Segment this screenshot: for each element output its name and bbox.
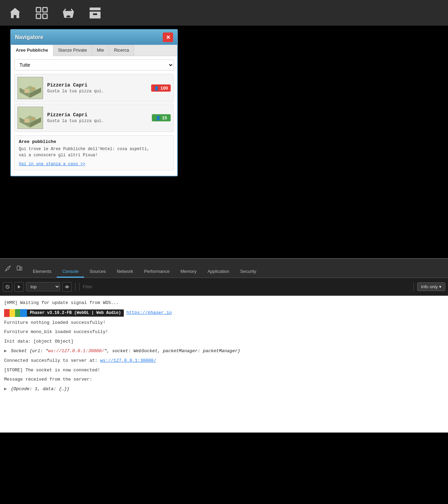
svg-line-27 <box>6 286 9 288</box>
phaser-version-text: Phaser v3.16.2-FB (WebGL | Web Audio) <box>27 309 123 317</box>
svg-rect-3 <box>36 14 41 18</box>
expand-arrow-icon: ▶ <box>4 348 7 355</box>
filter-select[interactable]: Tutte <box>14 59 174 70</box>
svg-point-30 <box>67 286 68 287</box>
room-badge-count: 100 <box>160 85 168 91</box>
svg-rect-22 <box>25 119 30 123</box>
svg-rect-16 <box>25 89 30 93</box>
list-item[interactable]: Pizzeria Capri Gusta la tua pizza qui. 👤… <box>14 74 174 102</box>
room-info: Pizzeria Capri Gusta la tua pizza qui. <box>47 82 151 94</box>
badge-blue <box>20 309 27 317</box>
console-line: [STORE] The socket is now connected! <box>0 366 448 375</box>
console-line: Furniture nothing loaded successfully! <box>0 318 448 328</box>
svg-rect-1 <box>36 8 41 12</box>
room-badge-count: 15 <box>162 115 167 120</box>
badge-green <box>15 309 21 317</box>
grid-icon[interactable] <box>34 5 50 21</box>
tab-mie[interactable]: Mie <box>92 45 109 56</box>
tab-sources[interactable]: Sources <box>84 266 111 278</box>
badge-yellow <box>10 309 15 317</box>
navigator-body: Tutte P <box>11 56 177 176</box>
top-toolbar <box>0 0 448 26</box>
info-only-button[interactable]: Info only ▾ <box>417 282 445 291</box>
footer-title: Aree pubbliche <box>19 139 169 144</box>
info-only-label: Info only <box>421 284 438 289</box>
chevron-down-icon: ▾ <box>439 284 442 289</box>
room-thumbnail <box>17 77 43 99</box>
random-room-link[interactable]: Vai in una stanza a caso >> <box>19 162 85 167</box>
expand-arrow-icon: ▶ <box>4 386 7 393</box>
footer-description: Qui trove le Aree Pubbliche dell'Hotel: … <box>19 146 169 158</box>
room-list: Pizzeria Capri Gusta la tua pizza qui. 👤… <box>14 74 174 132</box>
navigator-close-button[interactable]: ✕ <box>163 32 173 42</box>
tab-application[interactable]: Application <box>202 266 235 278</box>
server-url-link[interactable]: ws://127.0.0.1:30000/ <box>100 358 156 363</box>
room-name: Pizzeria Capri <box>47 112 152 118</box>
navigator-title: Navigatore <box>15 34 43 40</box>
console-line[interactable]: ▶ Socket {url: "ws://127.0.0.1:30000/", … <box>0 347 448 356</box>
separator <box>75 283 76 291</box>
list-item[interactable]: Pizzeria Capri Gusta la tua pizza qui. 👤… <box>14 104 174 132</box>
tab-console[interactable]: Console <box>57 266 84 278</box>
tab-network[interactable]: Network <box>111 266 139 278</box>
device-toolbar-icon[interactable] <box>14 263 25 274</box>
badge-red <box>4 309 10 317</box>
console-line: Phaser v3.16.2-FB (WebGL | Web Audio) ht… <box>0 308 448 318</box>
tab-stanze-private[interactable]: Stanze Private <box>53 45 92 56</box>
svg-rect-2 <box>43 8 47 12</box>
navigator-footer: Aree pubbliche Qui trove le Aree Pubblic… <box>14 135 174 170</box>
execute-script-button[interactable] <box>14 282 24 292</box>
devtools-toolbar: top Info only ▾ <box>0 278 448 296</box>
svg-rect-11 <box>93 13 97 15</box>
room-thumbnail <box>17 107 43 129</box>
console-line: Message received from the server: <box>0 375 448 385</box>
tab-performance[interactable]: Performance <box>139 266 175 278</box>
svg-marker-28 <box>18 285 21 289</box>
svg-rect-7 <box>63 11 74 13</box>
phaser-link[interactable]: https://phaser.io <box>127 309 172 317</box>
svg-rect-25 <box>20 267 22 270</box>
room-name: Pizzeria Capri <box>47 82 151 88</box>
archive-icon[interactable] <box>87 5 103 21</box>
console-line: Furniture mono_blk loaded successfully! <box>0 328 448 337</box>
devtools-panel: Elements Console Sources Network Perform… <box>0 258 448 433</box>
eye-icon-button[interactable] <box>62 282 72 292</box>
navigator-modal: Navigatore ✕ Aree Pubbliche Stanze Priva… <box>10 29 178 176</box>
room-description: Gusta la tua pizza qui. <box>47 119 152 123</box>
separator <box>413 283 414 291</box>
person-icon: 👤 <box>154 86 159 91</box>
tab-security[interactable]: Security <box>235 266 262 278</box>
svg-rect-23 <box>31 117 35 120</box>
room-description: Gusta la tua pizza qui. <box>47 89 151 94</box>
console-line: [HMR] Waiting for update signal from WDS… <box>0 299 448 308</box>
filter-input[interactable] <box>79 283 410 291</box>
svg-rect-24 <box>17 266 20 270</box>
svg-point-8 <box>66 15 70 17</box>
console-line[interactable]: ▶ {Opcode: 1, data: {…}} <box>0 385 448 394</box>
room-badge: 👤 100 <box>151 84 171 92</box>
person-icon: 👤 <box>156 116 161 120</box>
console-line: Init data: [object Object] <box>0 337 448 347</box>
element-picker-icon[interactable] <box>3 263 13 274</box>
tab-elements[interactable]: Elements <box>27 266 57 278</box>
console-output: [HMR] Waiting for update signal from WDS… <box>0 296 448 433</box>
tab-ricerca[interactable]: Ricerca <box>109 45 134 56</box>
tab-memory[interactable]: Memory <box>175 266 202 278</box>
svg-marker-0 <box>10 8 20 18</box>
svg-rect-4 <box>43 14 47 18</box>
room-badge: 👤 15 <box>152 114 171 121</box>
phaser-badge: Phaser v3.16.2-FB (WebGL | Web Audio) <box>4 309 124 317</box>
clear-console-button[interactable] <box>3 282 12 292</box>
room-info: Pizzeria Capri Gusta la tua pizza qui. <box>47 112 152 123</box>
navigator-tabs: Aree Pubbliche Stanze Private Mie Ricerc… <box>11 45 177 56</box>
home-icon[interactable] <box>7 5 23 21</box>
console-text: {Opcode: 1, data: {…}} <box>11 386 70 392</box>
navigator-header: Navigatore ✕ <box>11 30 177 45</box>
basket-icon[interactable] <box>60 5 77 21</box>
svg-rect-17 <box>31 87 35 91</box>
game-area: Navigatore ✕ Aree Pubbliche Stanze Priva… <box>0 26 448 258</box>
console-line: Connected succesfully to server at: ws:/… <box>0 356 448 366</box>
svg-rect-9 <box>90 8 101 10</box>
context-select[interactable]: top <box>26 282 60 291</box>
tab-aree-pubbliche[interactable]: Aree Pubbliche <box>11 45 53 56</box>
